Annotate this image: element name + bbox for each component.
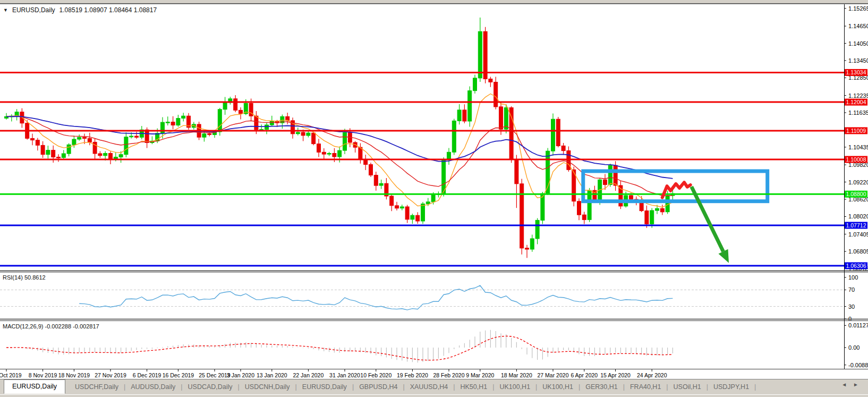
svg-text:1.09220: 1.09220	[848, 179, 868, 185]
svg-text:0.00: 0.00	[848, 344, 860, 351]
svg-text:6 Apr 2020: 6 Apr 2020	[571, 372, 598, 378]
window-bottom-strip	[0, 394, 868, 397]
macd-indicator-label: MACD(12,26,9) -0.002288 -0.002817	[3, 323, 99, 330]
svg-text:1.11009: 1.11009	[846, 128, 866, 134]
svg-text:1.07712: 1.07712	[846, 222, 866, 229]
chart-tab-bar: EURUSD,DailyUSDCHF,Daily|AUDUSD,Daily|US…	[0, 379, 868, 394]
svg-text:28 Feb 2020: 28 Feb 2020	[433, 372, 465, 378]
tab-scroll-right-icon[interactable]: ►	[853, 382, 858, 387]
svg-text:-0.008845: -0.008845	[848, 362, 868, 368]
svg-text:30 Oct 2019: 30 Oct 2019	[0, 372, 22, 378]
tab-usdcad-daily[interactable]: USDCAD,Daily	[183, 383, 238, 391]
svg-text:8 Nov 2019: 8 Nov 2019	[29, 372, 57, 378]
svg-text:25 Dec 2019: 25 Dec 2019	[199, 372, 231, 378]
trading-terminal-window: { "header": { "dropdown_icon": "▼", "sym…	[0, 0, 868, 397]
tab-eurusd-daily[interactable]: EURUSD,Daily	[297, 383, 352, 391]
tab-eurusd-daily[interactable]: EURUSD,Daily	[4, 379, 65, 394]
tab-usdcnh-daily[interactable]: USDCNH,Daily	[240, 383, 295, 391]
svg-text:15 Apr 2020: 15 Apr 2020	[600, 372, 631, 378]
svg-text:19 Feb 2020: 19 Feb 2020	[397, 372, 428, 378]
chart-ohlc-values: 1.08519 1.08907 1.08464 1.08817	[59, 6, 157, 14]
svg-text:18 Mar 2020: 18 Mar 2020	[501, 372, 532, 378]
svg-text:24 Apr 2020: 24 Apr 2020	[637, 372, 667, 378]
rsi-panel-area[interactable]	[0, 272, 844, 318]
svg-text:1.15265: 1.15265	[848, 5, 868, 12]
svg-text:1.06805: 1.06805	[848, 248, 868, 255]
svg-text:1.12235: 1.12235	[848, 92, 868, 99]
svg-text:27 Nov 2019: 27 Nov 2019	[95, 372, 126, 378]
svg-text:18 Nov 2019: 18 Nov 2019	[58, 372, 90, 378]
svg-text:3 Jan 2020: 3 Jan 2020	[227, 372, 254, 378]
svg-text:1.14650: 1.14650	[848, 23, 868, 29]
tab-audusd-daily[interactable]: AUDUSD,Daily	[125, 383, 181, 391]
chart-canvas[interactable]: 1.152651.146501.140501.134501.128501.122…	[0, 0, 868, 397]
svg-text:10 Feb 2020: 10 Feb 2020	[360, 372, 392, 378]
tab-xauusd-h4[interactable]: XAUUSD,H4	[405, 383, 454, 391]
tab-hk50-h1[interactable]: HK50,H1	[455, 383, 492, 391]
time-axis: 30 Oct 20198 Nov 201918 Nov 201927 Nov 2…	[0, 369, 667, 378]
svg-text:0.011277: 0.011277	[848, 322, 868, 328]
svg-text:27 Mar 2020: 27 Mar 2020	[538, 372, 569, 378]
svg-text:1.10435: 1.10435	[848, 144, 868, 150]
rsi-indicator-label: RSI(14) 50.8612	[3, 274, 46, 281]
tab-gbpusd-h4[interactable]: GBPUSD,H4	[354, 383, 403, 391]
chart-header: ▼ EURUSD,Daily 1.08519 1.08907 1.08464 1…	[3, 6, 157, 14]
tab-scroll-nav: ◄ ►	[841, 382, 858, 387]
y-axis-labels: 1.152651.146501.140501.134501.128501.122…	[844, 5, 868, 272]
macd-panel-area[interactable]	[0, 321, 844, 369]
svg-text:1.11635: 1.11635	[848, 109, 868, 116]
svg-text:31 Jan 2020: 31 Jan 2020	[329, 372, 360, 378]
tab-usoil-h1[interactable]: USOil,H1	[668, 383, 707, 391]
tab-separator: |	[754, 383, 756, 391]
svg-text:1.13450: 1.13450	[848, 57, 868, 64]
svg-text:22 Jan 2020: 22 Jan 2020	[293, 372, 324, 378]
tab-uk100-h1[interactable]: UK100,H1	[537, 383, 578, 391]
tab-fra40-h1[interactable]: FRA40,H1	[625, 383, 666, 391]
svg-text:16 Dec 2019: 16 Dec 2019	[163, 372, 194, 378]
price-level-badges: 1.130341.120041.110091.100081.088001.077…	[845, 69, 867, 269]
svg-text:1.07405: 1.07405	[848, 231, 868, 238]
svg-text:70: 70	[848, 286, 855, 293]
tab-ger30-h1[interactable]: GER30,H1	[580, 383, 623, 391]
chart-dropdown-icon[interactable]: ▼	[3, 7, 8, 13]
tab-usdchf-daily[interactable]: USDCHF,Daily	[70, 383, 124, 391]
tab-usdjpy-h1[interactable]: USDJPY,H1	[708, 383, 754, 391]
svg-text:1.13034: 1.13034	[846, 69, 866, 75]
svg-text:1.14050: 1.14050	[848, 40, 868, 47]
svg-text:6 Dec 2019: 6 Dec 2019	[133, 372, 161, 378]
svg-text:30: 30	[848, 303, 855, 310]
chart-symbol-period: EURUSD,Daily	[12, 6, 55, 14]
svg-text:1.08800: 1.08800	[846, 191, 866, 197]
svg-text:9 Mar 2020: 9 Mar 2020	[466, 372, 494, 378]
svg-text:1.12004: 1.12004	[846, 99, 866, 105]
svg-text:100: 100	[848, 274, 858, 281]
svg-text:1.06306: 1.06306	[846, 263, 866, 269]
tab-uk100-h1[interactable]: UK100,H1	[494, 383, 535, 391]
tab-scroll-left-icon[interactable]: ◄	[841, 382, 847, 387]
svg-text:1.08020: 1.08020	[848, 213, 868, 219]
svg-text:13 Jan 2020: 13 Jan 2020	[257, 372, 287, 378]
svg-text:1.10008: 1.10008	[846, 156, 866, 163]
